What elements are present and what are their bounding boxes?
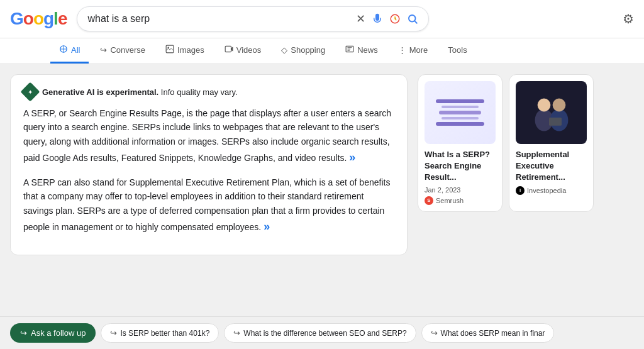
serp-card[interactable]: What Is a SERP? Search Engine Result... … xyxy=(418,74,502,212)
ai-paragraph-1: A SERP, or Search Engine Results Page, i… xyxy=(23,106,394,167)
quote-mark-1: » xyxy=(349,151,355,163)
serp-card-title: What Is a SERP? Search Engine Result... xyxy=(425,149,496,184)
tab-more-label: More xyxy=(409,45,428,55)
ai-body: A SERP, or Search Engine Results Page, i… xyxy=(23,106,394,236)
google-search-button[interactable] xyxy=(407,13,418,25)
ai-header-bold: Generative AI is experimental. xyxy=(42,87,158,97)
serp-bar-4 xyxy=(441,117,478,119)
ai-header-normal: Info quality may vary. xyxy=(158,87,237,97)
semrush-icon: S xyxy=(425,196,433,205)
voice-search-button[interactable] xyxy=(372,13,383,25)
settings-icon[interactable]: ⚙ xyxy=(623,11,634,26)
tab-tools[interactable]: Tools xyxy=(439,39,475,63)
ai-header-text: Generative AI is experimental. Info qual… xyxy=(42,87,238,97)
suggestion-pill-1[interactable]: ↪ Is SERP better than 401k? xyxy=(101,323,219,343)
svg-point-10 xyxy=(552,99,565,112)
executive-card-source: i Investopedia xyxy=(516,186,587,195)
google-logo: Google xyxy=(10,9,67,29)
all-icon xyxy=(59,45,68,55)
svg-rect-11 xyxy=(549,118,562,126)
search-icons: ✕ xyxy=(356,12,418,26)
serp-bar-3 xyxy=(439,111,482,114)
tab-more[interactable]: ⋮ More xyxy=(389,39,437,63)
svg-rect-5 xyxy=(225,46,231,52)
news-icon xyxy=(345,45,354,55)
serp-bar-2 xyxy=(441,106,478,108)
executive-card[interactable]: Supplemental Executive Retirement... i I… xyxy=(509,74,594,212)
ask-followup-label: Ask a follow up xyxy=(31,328,86,338)
clear-search-button[interactable]: ✕ xyxy=(356,12,365,26)
left-panel: ✦ Generative AI is experimental. Info qu… xyxy=(10,74,408,331)
cards-row: What Is a SERP? Search Engine Result... … xyxy=(418,74,594,212)
tab-images-label: Images xyxy=(177,45,204,55)
search-input[interactable] xyxy=(87,13,351,25)
bottom-bar: ↪ Ask a follow up ↪ Is SERP better than … xyxy=(0,316,644,349)
executive-card-image xyxy=(516,81,587,144)
ai-paragraph-2: A SERP can also stand for Supplemental E… xyxy=(23,175,394,236)
tab-news[interactable]: News xyxy=(336,38,387,64)
ai-box: ✦ Generative AI is experimental. Info qu… xyxy=(10,74,408,255)
people-illustration xyxy=(526,87,577,138)
tab-shopping[interactable]: ◇ Shopping xyxy=(272,39,334,63)
tab-videos-label: Videos xyxy=(236,45,262,55)
suggestion-arrow-3: ↪ xyxy=(431,328,438,338)
tab-news-label: News xyxy=(357,45,378,55)
tab-all[interactable]: All xyxy=(50,38,89,64)
ai-diamond-icon: ✦ xyxy=(20,82,40,101)
svg-point-8 xyxy=(537,99,550,112)
tab-videos[interactable]: Videos xyxy=(216,38,270,64)
suggestion-pill-3[interactable]: ↪ What does SERP mean in finar xyxy=(421,323,555,343)
nav-tabs: All ↪ Converse Images Videos ◇ Shopping … xyxy=(0,38,644,64)
images-icon xyxy=(165,45,174,55)
shopping-icon: ◇ xyxy=(281,45,287,55)
tab-shopping-label: Shopping xyxy=(291,45,325,55)
tab-all-label: All xyxy=(71,45,80,55)
tab-converse[interactable]: ↪ Converse xyxy=(91,39,154,63)
followup-arrow-icon: ↪ xyxy=(20,328,27,338)
ai-header: ✦ Generative AI is experimental. Info qu… xyxy=(23,85,394,99)
suggestion-pill-2[interactable]: ↪ What is the difference between SEO and… xyxy=(224,323,416,343)
suggestion-arrow-1: ↪ xyxy=(110,328,117,338)
investopedia-icon: i xyxy=(516,186,525,195)
executive-card-title: Supplemental Executive Retirement... xyxy=(516,149,587,184)
suggestion-label-3: What does SERP mean in finar xyxy=(441,329,545,338)
right-panel: What Is a SERP? Search Engine Result... … xyxy=(418,74,594,331)
lens-search-button[interactable] xyxy=(389,13,401,25)
suggestion-label-2: What is the difference between SEO and S… xyxy=(243,329,406,338)
videos-icon xyxy=(225,45,233,55)
serp-bar-1 xyxy=(436,99,485,103)
converse-icon: ↪ xyxy=(100,45,107,55)
main-content: ✦ Generative AI is experimental. Info qu… xyxy=(0,64,644,341)
search-bar: ✕ xyxy=(77,6,429,31)
ask-followup-button[interactable]: ↪ Ask a follow up xyxy=(10,323,96,343)
header: Google ✕ xyxy=(0,0,644,38)
tab-images[interactable]: Images xyxy=(157,38,213,64)
tab-converse-label: Converse xyxy=(110,45,145,55)
investopedia-label: Investopedia xyxy=(527,187,566,194)
serp-card-image xyxy=(425,81,496,144)
serp-card-source: S Semrush xyxy=(425,196,496,205)
semrush-label: Semrush xyxy=(436,197,464,204)
more-icon: ⋮ xyxy=(398,45,406,55)
serp-bar-5 xyxy=(436,122,485,126)
serp-card-date: Jan 2, 2023 xyxy=(425,186,496,194)
quote-mark-2: » xyxy=(264,220,270,233)
tab-tools-label: Tools xyxy=(448,45,467,55)
suggestion-arrow-2: ↪ xyxy=(233,328,240,338)
suggestion-label-1: Is SERP better than 401k? xyxy=(120,329,209,338)
